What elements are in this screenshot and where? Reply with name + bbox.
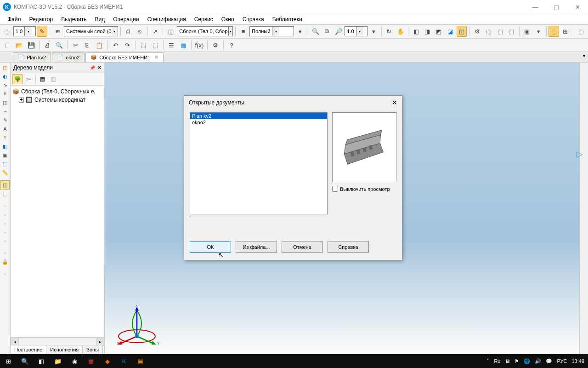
model-tree[interactable]: 📦 Сборка (Тел-0, Сборочных е, + 🔲 Систем…	[11, 86, 104, 337]
network-icon[interactable]: 🌐	[524, 358, 530, 364]
zoom-icon[interactable]: 🔎	[333, 26, 344, 37]
toolbox-icon[interactable]: ⬚	[1, 160, 9, 168]
kompas-icon[interactable]: K	[116, 354, 132, 368]
help-icon[interactable]: ?	[226, 40, 237, 51]
maximize-button[interactable]: ▢	[546, 0, 567, 14]
app-icon[interactable]: ◆	[99, 354, 116, 368]
chrome-icon[interactable]: ◉	[66, 354, 83, 368]
menu-window[interactable]: Окно	[218, 15, 238, 23]
cube-icon[interactable]: ◧	[411, 26, 421, 37]
checkbox-input[interactable]	[332, 186, 338, 192]
menu-operations[interactable]: Операции	[109, 15, 142, 23]
toolbox-icon[interactable]: ⬚	[1, 190, 9, 198]
scale-dropdown-2[interactable]: 1.0▾	[345, 26, 367, 36]
new-icon[interactable]: □	[2, 40, 13, 51]
cube-blue-icon[interactable]: ◪	[445, 26, 456, 37]
toolbox-icon[interactable]: ◫	[1, 98, 9, 107]
toolbox-icon[interactable]: ◧	[1, 142, 9, 150]
toolbox-icon[interactable]: A	[1, 125, 9, 133]
cube-icon[interactable]: ◨	[422, 26, 433, 37]
tool-icon[interactable]: ⬚	[138, 40, 149, 51]
tool-icon[interactable]: ⚙	[472, 26, 482, 37]
close-panel-icon[interactable]: ✕	[97, 64, 102, 71]
tab-plan-kv2[interactable]: 📄 Plan kv2	[13, 52, 51, 62]
assembly-dropdown[interactable]: Сборка (Тел-0, Сборочных единиц-0,▾	[177, 26, 233, 36]
tree-root[interactable]: 📦 Сборка (Тел-0, Сборочных е,	[12, 87, 102, 96]
lang-indicator[interactable]: Ru	[494, 358, 500, 364]
tool-icon[interactable]: ⊞	[560, 26, 571, 37]
search-icon[interactable]: 🔍	[17, 354, 33, 368]
tray-icon[interactable]: ⚑	[514, 358, 519, 364]
tree-hscrollbar[interactable]: ◂ ▸	[11, 337, 104, 345]
tree-mode-icon[interactable]: 🌳	[12, 74, 23, 84]
help-button[interactable]: Справка	[328, 242, 369, 253]
tool-icon[interactable]: ⬚	[150, 40, 161, 51]
tool-icon[interactable]: ⬚	[495, 26, 505, 37]
copy-icon[interactable]: ⎘	[82, 40, 93, 51]
tool-icon[interactable]: ⬚	[506, 26, 517, 37]
menu-libraries[interactable]: Библиотеки	[269, 15, 306, 23]
pin-icon[interactable]: 📌	[90, 65, 95, 70]
from-file-button[interactable]: Из файла...	[236, 242, 277, 253]
rotate-icon[interactable]: ↻	[384, 26, 394, 37]
volume-icon[interactable]: 🔊	[535, 358, 541, 364]
tool-icon[interactable]: ≡	[238, 26, 249, 37]
menu-file[interactable]: Файл	[4, 15, 25, 23]
toolbox-icon[interactable]: ↔	[1, 107, 9, 115]
toolbox-icon[interactable]: ▣	[1, 151, 9, 159]
cube-icon[interactable]: ◩	[434, 26, 444, 37]
menu-view[interactable]: Вид	[91, 15, 109, 23]
zoom-window-icon[interactable]: ⧉	[322, 26, 333, 37]
cube-highlighted-icon[interactable]: ◫	[457, 26, 467, 37]
disable-preview-checkbox[interactable]: Выключить просмотр	[332, 186, 396, 192]
tool-icon[interactable]: ⎙	[123, 26, 134, 37]
menu-edit[interactable]: Редактор	[26, 15, 57, 23]
app-icon[interactable]: ▣	[132, 354, 149, 368]
tool-generic-icon[interactable]: ⬚	[2, 26, 12, 37]
layer-dropdown[interactable]: Системный слой (0)▾	[64, 26, 118, 36]
list-item[interactable]: Plan kv2	[190, 113, 327, 119]
zoom-fit-icon[interactable]: 🔍	[311, 26, 321, 37]
clock[interactable]: 13:49	[571, 358, 584, 364]
toolbox-icon[interactable]: ∿	[1, 81, 9, 89]
menu-spec[interactable]: Спецификация	[143, 15, 189, 23]
menu-help[interactable]: Справка	[239, 15, 268, 23]
tool-highlighted-icon[interactable]: ⬚	[548, 26, 559, 37]
cancel-button[interactable]: Отмена	[282, 242, 323, 253]
close-button[interactable]: ✕	[567, 0, 588, 14]
tab-overflow-icon[interactable]: ▾	[583, 53, 585, 58]
menu-select[interactable]: Выделить	[57, 15, 90, 23]
tool-icon[interactable]: ⎋	[135, 26, 145, 37]
toolbox-active-icon[interactable]: ◫	[0, 180, 10, 190]
expander-icon[interactable]: +	[19, 98, 24, 103]
tab-okno2[interactable]: 📄 okno2	[52, 52, 85, 62]
scale-dropdown-1[interactable]: 1.0▾	[13, 26, 36, 36]
tree-tool-icon[interactable]: ▤	[38, 75, 47, 84]
cut-icon[interactable]: ✂	[70, 40, 81, 51]
ime-indicator[interactable]: РУС	[557, 358, 567, 364]
undo-icon[interactable]: ↶	[110, 40, 121, 51]
tool-icon[interactable]: ⚙	[210, 40, 221, 51]
fx-icon[interactable]: f(x)	[194, 40, 205, 51]
print-icon[interactable]: 🖨	[42, 40, 53, 51]
tool-icon[interactable]: ▣	[522, 26, 532, 37]
tool-highlighted-icon[interactable]: ✎	[37, 26, 47, 37]
tool-icon[interactable]: ↗	[150, 26, 161, 37]
toolbox-icon[interactable]: ◫	[1, 63, 9, 72]
menu-service[interactable]: Сервис	[191, 15, 217, 23]
tab-assembly[interactable]: 📦 Сборка БЕЗ ИМЕНИ1 ✕	[85, 52, 164, 62]
explorer-icon[interactable]: 📁	[50, 354, 66, 368]
preview-icon[interactable]: 🔍	[54, 40, 65, 51]
tray-chevron-icon[interactable]: ˄	[486, 358, 489, 364]
minimize-button[interactable]: —	[525, 0, 546, 14]
app-icon[interactable]: ▦	[83, 354, 99, 368]
close-tab-icon[interactable]: ✕	[154, 54, 158, 60]
tool-icon[interactable]: ▾	[533, 26, 544, 37]
tool-icon[interactable]: ▾	[368, 26, 379, 37]
tree-child-coords[interactable]: + 🔲 Системы координат	[12, 96, 102, 104]
ok-button[interactable]: ОК	[190, 242, 231, 253]
toolbox-icon[interactable]: ⠿	[1, 90, 9, 98]
cube-icon[interactable]: ◫	[165, 26, 176, 37]
task-view-icon[interactable]: ◧	[33, 354, 50, 368]
toolbox-icon[interactable]: Y	[1, 133, 9, 142]
